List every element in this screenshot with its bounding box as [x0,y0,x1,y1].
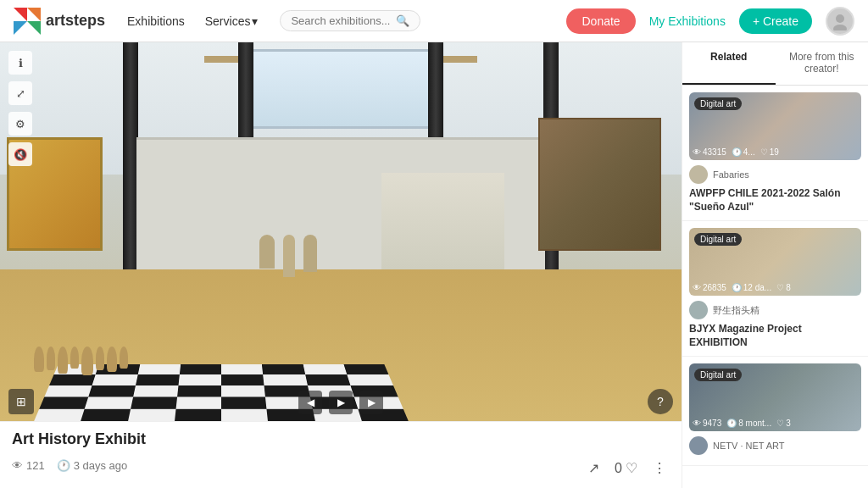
settings-button[interactable]: ⚙ [8,112,32,136]
viewer-controls-left: ℹ ⤢ ⚙ 🔇 [8,51,32,166]
user-icon [831,12,849,30]
related-creator-1: Fabaries [689,165,861,184]
sculptures [259,235,317,277]
share-icon: ↗ [588,460,599,476]
right-sidebar: Related More from this creator! Digital … [682,42,868,488]
viewer-area: ℹ ⤢ ⚙ 🔇 ◀ ▶ ▶ ⊞ ? Art History Exhibit 👁 [0,42,682,488]
header: artsteps Exhibitions Services ▾ 🔍 Donate… [0,0,868,42]
play-button[interactable]: ▶ [329,391,353,414]
related-card-3[interactable]: Digital art 👁 9473 🕐 8 mont... ♡ 3 [682,357,868,466]
related-card-1[interactable]: Digital art 👁 43315 🕐 4... ♡ 19 [682,86,868,221]
exhibit-actions: ↗ 0 ♡ ⋮ [585,457,670,480]
map-button[interactable]: ⊞ [8,389,34,414]
views-meta: 👁 121 [12,459,45,472]
svg-point-4 [836,14,844,23]
view-count: 121 [26,459,45,472]
related-thumb-1: Digital art 👁 43315 🕐 4... ♡ 19 [689,92,861,160]
back-button[interactable]: ◀ [298,391,322,414]
avatar[interactable] [826,7,854,36]
related-list: Digital art 👁 43315 🕐 4... ♡ 19 [682,86,868,488]
clock-icon-3: 🕐 [726,419,737,428]
forward-button[interactable]: ▶ [359,391,383,414]
artwork-right [538,118,661,250]
time-ago: 3 days ago [74,459,128,472]
thumb-stats-2: 👁 26835 🕐 12 da... ♡ 8 [693,283,858,292]
related-creator-3: NETV · NET ART [689,436,861,455]
my-exhibitions-link[interactable]: My Exhibitions [649,14,726,28]
creator-avatar-1 [689,165,708,184]
thumb-stats-1: 👁 43315 🕐 4... ♡ 19 [693,147,858,157]
time-meta: 🕐 3 days ago [57,459,128,472]
svg-marker-2 [14,21,27,35]
like-count: 0 [615,461,622,476]
views-stat-1: 👁 43315 [693,147,726,157]
logo-icon [14,8,41,35]
views-stat-2: 👁 26835 [693,283,726,292]
nav-exhibitions[interactable]: Exhibitions [119,9,193,33]
creator-name-3: NETV · NET ART [713,441,785,451]
badge-2: Digital art [694,233,742,246]
exhibit-title: Art History Exhibit [12,430,670,448]
likes-stat-3: ♡ 3 [776,419,791,428]
svg-marker-1 [27,8,41,21]
creator-avatar-3 [689,436,708,455]
eye-icon-2: 👁 [693,283,701,292]
likes-stat-2: ♡ 8 [776,283,791,292]
info-button[interactable]: ℹ [8,51,32,75]
gallery-scene [0,42,682,421]
related-thumb-3: Digital art 👁 9473 🕐 8 mont... ♡ 3 [689,363,861,431]
logo-text: artsteps [46,12,105,30]
likes-stat-1: ♡ 19 [760,147,779,157]
related-thumb-2: Digital art 👁 26835 🕐 12 da... ♡ 8 [689,228,861,296]
clock-icon: 🕐 [57,459,70,472]
clock-stat-2: 🕐 12 da... [732,283,771,292]
viewer-controls-bottom: ◀ ▶ ▶ [298,391,383,414]
creator-avatar-2 [689,301,708,319]
badge-1: Digital art [694,97,742,110]
main: ℹ ⤢ ⚙ 🔇 ◀ ▶ ▶ ⊞ ? Art History Exhibit 👁 [0,42,868,488]
related-card-2[interactable]: Digital art 👁 26835 🕐 12 da... ♡ 8 [682,221,868,357]
nav-services[interactable]: Services ▾ [197,9,267,33]
heart-icon: ♡ [626,460,637,476]
below-viewer: Art History Exhibit 👁 121 🕐 3 days ago ↗ [0,421,682,488]
heart-icon-2: ♡ [776,283,784,292]
clock-icon-2: 🕐 [732,283,742,292]
clock-icon-1: 🕐 [732,147,742,157]
svg-marker-0 [14,8,27,21]
views-stat-3: 👁 9473 [693,419,721,428]
related-creator-2: 野生指头精 [689,301,861,319]
fullscreen-button[interactable]: ⤢ [8,81,32,105]
creator-name-2: 野生指头精 [713,304,760,317]
heart-icon-1: ♡ [760,147,768,157]
search-input[interactable] [291,14,396,27]
badge-3: Digital art [694,369,742,381]
create-button[interactable]: + Create [739,8,812,34]
sidebar-tabs: Related More from this creator! [682,42,868,86]
clock-stat-1: 🕐 4... [732,147,755,157]
3d-viewer[interactable]: ℹ ⤢ ⚙ 🔇 ◀ ▶ ▶ ⊞ ? [0,42,682,421]
related-title-1: AWPFP CHILE 2021-2022 Salón "Sueño Azul" [689,187,861,214]
heart-icon-3: ♡ [776,419,784,428]
logo[interactable]: artsteps [14,8,105,35]
more-button[interactable]: ⋮ [649,457,670,480]
like-button[interactable]: 0 ♡ [611,457,641,480]
svg-marker-3 [27,21,41,35]
tab-related[interactable]: Related [682,42,776,85]
share-button[interactable]: ↗ [585,457,603,480]
search-bar: 🔍 [280,10,420,31]
eye-icon-1: 👁 [693,147,701,157]
related-title-2: BJYX Magazine Project EXHIBITION [689,323,861,349]
donate-button[interactable]: Donate [566,8,635,34]
eye-icon-3: 👁 [693,419,701,428]
tab-more-from-creator[interactable]: More from this creator! [776,42,869,85]
sound-button[interactable]: 🔇 [8,142,32,166]
clock-stat-3: 🕐 8 mont... [726,419,771,428]
thumb-stats-3: 👁 9473 🕐 8 mont... ♡ 3 [693,419,858,428]
svg-point-5 [833,25,847,30]
nav-links: Exhibitions Services ▾ [119,9,266,33]
search-icon: 🔍 [396,14,409,27]
help-button[interactable]: ? [648,389,673,414]
chevron-down-icon: ▾ [252,14,258,28]
chess-pieces [34,347,128,375]
creator-name-1: Fabaries [713,169,749,180]
